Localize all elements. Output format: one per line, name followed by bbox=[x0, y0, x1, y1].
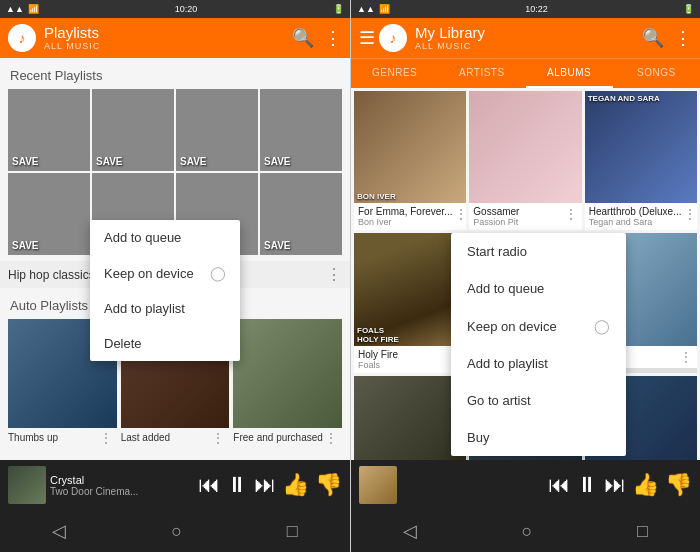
menu-start-radio[interactable]: Start radio bbox=[451, 233, 626, 270]
recent-thumb-1[interactable]: SAVE bbox=[8, 89, 90, 171]
keep-device-toggle[interactable]: ◯ bbox=[210, 265, 226, 281]
battery-right-block: 🔋 bbox=[683, 4, 694, 14]
left-scroll: Recent Playlists SAVE SAVE SAVE SAVE SAV… bbox=[0, 58, 350, 460]
subtitle-right: ALL MUSIC bbox=[415, 41, 642, 51]
menu-keep-device-right[interactable]: Keep on device ◯ bbox=[451, 307, 626, 345]
auto-label-3: Free and purchased bbox=[233, 432, 323, 443]
album-name-4: Holy Fire bbox=[358, 349, 446, 360]
pause-btn-right[interactable]: ⏸ bbox=[576, 472, 598, 498]
album-more-1[interactable]: ⋮ bbox=[452, 206, 466, 222]
recent-thumb-8[interactable]: SAVE bbox=[260, 173, 342, 255]
status-bar-left: ▲▲ 📶 10:20 🔋 bbox=[0, 0, 350, 18]
tab-bar: GENRES ARTISTS ALBUMS SONGS bbox=[351, 58, 700, 88]
more-icon-left[interactable]: ⋮ bbox=[324, 27, 342, 49]
album-info-1: For Emma, Forever... Bon Iver ⋮ bbox=[354, 203, 466, 230]
auto-more-2[interactable]: ⋮ bbox=[211, 430, 225, 446]
status-icons-right: ▲▲ 📶 bbox=[357, 4, 390, 14]
track-artist-left: Two Door Cinema... bbox=[50, 486, 198, 497]
auto-more-1[interactable]: ⋮ bbox=[99, 430, 113, 446]
recent-btn-left[interactable]: □ bbox=[287, 521, 298, 542]
pause-btn-left[interactable]: ⏸ bbox=[226, 472, 248, 498]
album-name-1: For Emma, Forever... bbox=[358, 206, 452, 217]
auto-item-free: Free and purchased ⋮ bbox=[233, 319, 342, 448]
time-left: 10:20 bbox=[175, 4, 198, 14]
menu-icon-right[interactable]: ☰ bbox=[359, 27, 375, 49]
auto-label-1: Thumbs up bbox=[8, 432, 58, 443]
thumbdown-btn-right[interactable]: 👎 bbox=[665, 472, 692, 498]
context-menu-left: Add to queue Keep on device ◯ Add to pla… bbox=[90, 220, 240, 361]
prev-btn-right[interactable]: ⏮ bbox=[548, 472, 570, 498]
recent-thumb-2[interactable]: SAVE bbox=[92, 89, 174, 171]
prev-btn-left[interactable]: ⏮ bbox=[198, 472, 220, 498]
album-card-3: TEGAN AND SARA Heartthrob (Deluxe... Teg… bbox=[585, 91, 697, 230]
auto-more-3[interactable]: ⋮ bbox=[324, 430, 338, 446]
track-info-left: Crystal Two Door Cinema... bbox=[46, 474, 198, 497]
recent-thumb-4[interactable]: SAVE bbox=[260, 89, 342, 171]
home-btn-left[interactable]: ○ bbox=[171, 521, 182, 542]
logo-left: ♪ bbox=[8, 24, 36, 52]
menu-add-queue[interactable]: Add to queue bbox=[90, 220, 240, 255]
album-thumb-7[interactable]: BIFFY CLYRO bbox=[354, 376, 466, 460]
thumbup-btn-right[interactable]: 👍 bbox=[632, 472, 659, 498]
nav-bar-right: ◁ ○ □ bbox=[351, 510, 700, 552]
next-btn-left[interactable]: ⏭ bbox=[254, 472, 276, 498]
player-thumb-left bbox=[8, 466, 46, 504]
album-card-1: BON IVER For Emma, Forever... Bon Iver ⋮ bbox=[354, 91, 466, 230]
album-card-7: BIFFY CLYRO Opposites (Deluxe) Biffy Cly… bbox=[354, 376, 466, 460]
title-right: My Library bbox=[415, 25, 642, 42]
subtitle-left: ALL MUSIC bbox=[44, 41, 292, 51]
player-thumb-right bbox=[359, 466, 397, 504]
album-card-4: FOALSHOLY FIRE Holy Fire Foals ⋮ bbox=[354, 233, 466, 372]
thumbup-btn-left[interactable]: 👍 bbox=[282, 472, 309, 498]
search-icon-right[interactable]: 🔍 bbox=[642, 27, 664, 49]
tab-artists[interactable]: ARTISTS bbox=[438, 59, 525, 88]
home-btn-right[interactable]: ○ bbox=[522, 521, 533, 542]
menu-add-playlist-left[interactable]: Add to playlist bbox=[90, 291, 240, 326]
thumbdown-btn-left[interactable]: 👎 bbox=[315, 472, 342, 498]
back-btn-left[interactable]: ◁ bbox=[52, 520, 66, 542]
wifi-icon: ▲▲ bbox=[6, 4, 24, 14]
right-panel: ▲▲ 📶 10:22 🔋 ☰ ♪ My Library ALL MUSIC 🔍 … bbox=[350, 0, 700, 552]
keep-device-toggle-right[interactable]: ◯ bbox=[594, 318, 610, 334]
menu-add-playlist-right[interactable]: Add to playlist bbox=[451, 345, 626, 382]
playlist-more-btn[interactable]: ⋮ bbox=[326, 265, 342, 284]
album-more-3[interactable]: ⋮ bbox=[681, 206, 697, 222]
menu-buy[interactable]: Buy bbox=[451, 419, 626, 456]
search-icon-left[interactable]: 🔍 bbox=[292, 27, 314, 49]
album-thumb-3[interactable]: TEGAN AND SARA bbox=[585, 91, 697, 203]
back-btn-right[interactable]: ◁ bbox=[403, 520, 417, 542]
recent-section-title: Recent Playlists bbox=[0, 58, 350, 89]
battery-icon-left: 🔋 bbox=[333, 4, 344, 14]
album-info-2: Gossamer Passion Pit ⋮ bbox=[469, 203, 581, 230]
next-btn-right[interactable]: ⏭ bbox=[604, 472, 626, 498]
recent-thumb-3[interactable]: SAVE bbox=[176, 89, 258, 171]
album-card-2: Gossamer Passion Pit ⋮ bbox=[469, 91, 581, 230]
album-name-2: Gossamer bbox=[473, 206, 561, 217]
recent-thumb-5[interactable]: SAVE bbox=[8, 173, 90, 255]
album-thumb-4[interactable]: FOALSHOLY FIRE bbox=[354, 233, 466, 345]
recent-btn-right[interactable]: □ bbox=[637, 521, 648, 542]
album-more-2[interactable]: ⋮ bbox=[562, 206, 578, 222]
menu-delete[interactable]: Delete bbox=[90, 326, 240, 361]
album-artist-4: Foals bbox=[358, 360, 446, 370]
menu-keep-device[interactable]: Keep on device ◯ bbox=[90, 255, 240, 291]
right-scroll: BON IVER For Emma, Forever... Bon Iver ⋮… bbox=[351, 88, 700, 460]
auto-label-2: Last added bbox=[121, 432, 171, 443]
album-artist-1: Bon Iver bbox=[358, 217, 452, 227]
tab-songs[interactable]: SONGS bbox=[613, 59, 700, 88]
menu-go-to-artist[interactable]: Go to artist bbox=[451, 382, 626, 419]
menu-add-queue-right[interactable]: Add to queue bbox=[451, 270, 626, 307]
battery-right: 🔋 bbox=[683, 4, 694, 14]
top-bar-left: ♪ Playlists ALL MUSIC 🔍 ⋮ bbox=[0, 18, 350, 58]
album-thumb-2[interactable] bbox=[469, 91, 581, 203]
title-block-left: Playlists ALL MUSIC bbox=[44, 25, 292, 52]
signal-icon: 📶 bbox=[28, 4, 39, 14]
tab-genres[interactable]: GENRES bbox=[351, 59, 438, 88]
more-icon-right[interactable]: ⋮ bbox=[674, 27, 692, 49]
topbar-icons-right: 🔍 ⋮ bbox=[642, 27, 692, 49]
album-thumb-1[interactable]: BON IVER bbox=[354, 91, 466, 203]
tab-albums[interactable]: ALBUMS bbox=[526, 59, 613, 88]
context-menu-right: Start radio Add to queue Keep on device … bbox=[451, 233, 626, 456]
album-more-6[interactable]: ⋮ bbox=[677, 349, 693, 365]
album-artist-2: Passion Pit bbox=[473, 217, 561, 227]
